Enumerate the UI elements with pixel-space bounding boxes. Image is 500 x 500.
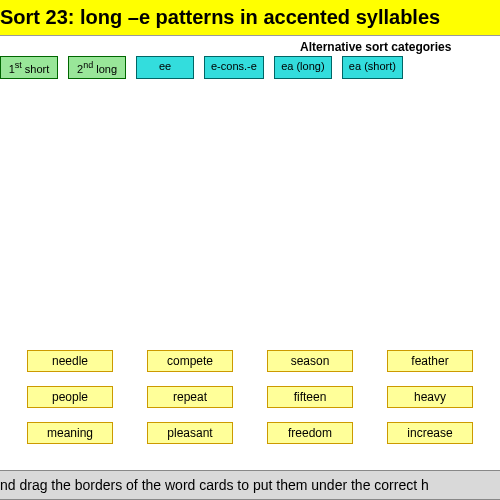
category-primary[interactable]: 1st short bbox=[0, 56, 58, 79]
word-card[interactable]: pleasant bbox=[147, 422, 233, 444]
category-alt[interactable]: e-cons.-e bbox=[204, 56, 264, 79]
word-row: people repeat fifteen heavy bbox=[0, 386, 500, 408]
instructions-bar: nd drag the borders of the word cards to… bbox=[0, 470, 500, 500]
word-card[interactable]: freedom bbox=[267, 422, 353, 444]
word-card[interactable]: repeat bbox=[147, 386, 233, 408]
category-primary[interactable]: 2nd long bbox=[68, 56, 126, 79]
category-alt[interactable]: ea (short) bbox=[342, 56, 403, 79]
word-card[interactable]: fifteen bbox=[267, 386, 353, 408]
word-card[interactable]: heavy bbox=[387, 386, 473, 408]
page-title: Sort 23: long –e patterns in accented sy… bbox=[0, 6, 440, 28]
category-row: 1st short 2nd long ee e-cons.-e ea (long… bbox=[0, 56, 403, 79]
word-card[interactable]: people bbox=[27, 386, 113, 408]
word-card[interactable]: meaning bbox=[27, 422, 113, 444]
word-card[interactable]: feather bbox=[387, 350, 473, 372]
alt-categories-label: Alternative sort categories bbox=[300, 40, 451, 54]
title-bar: Sort 23: long –e patterns in accented sy… bbox=[0, 0, 500, 36]
word-card[interactable]: compete bbox=[147, 350, 233, 372]
category-alt[interactable]: ee bbox=[136, 56, 194, 79]
word-card-area: needle compete season feather people rep… bbox=[0, 350, 500, 458]
word-card[interactable]: needle bbox=[27, 350, 113, 372]
word-row: needle compete season feather bbox=[0, 350, 500, 372]
instructions-text: nd drag the borders of the word cards to… bbox=[0, 477, 429, 493]
category-alt[interactable]: ea (long) bbox=[274, 56, 332, 79]
word-card[interactable]: increase bbox=[387, 422, 473, 444]
word-card[interactable]: season bbox=[267, 350, 353, 372]
word-row: meaning pleasant freedom increase bbox=[0, 422, 500, 444]
